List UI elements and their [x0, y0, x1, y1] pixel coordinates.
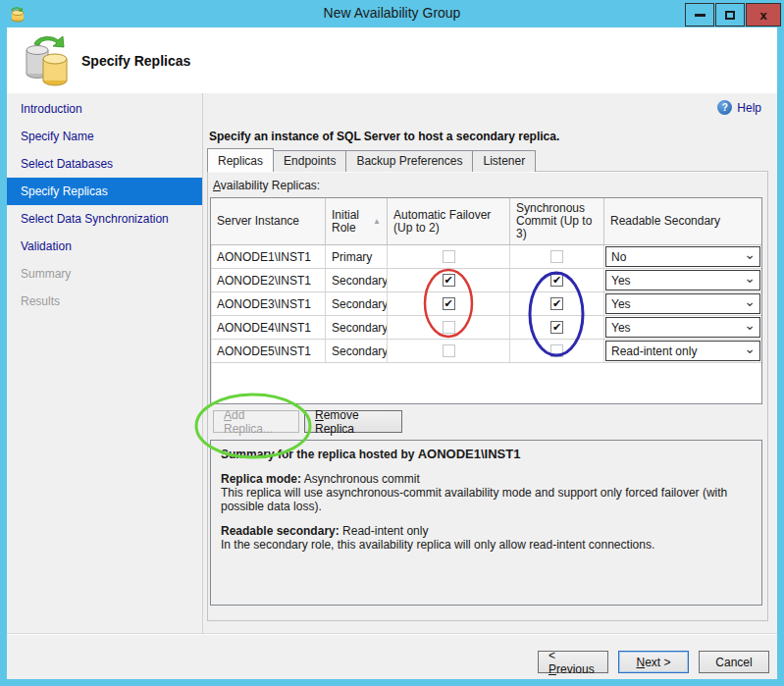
- chevron-down-icon: ⌄: [744, 341, 756, 356]
- column-header-server-instance[interactable]: Server Instance: [211, 198, 326, 244]
- dropdown-value: Read-intent only: [611, 344, 697, 358]
- replica-mode-label: Replica mode:: [221, 472, 301, 486]
- table-row: AONODE1\INST1 Primary ✔ ✔ No⌄: [211, 245, 761, 269]
- check-icon: ✔: [552, 322, 561, 333]
- maximize-button[interactable]: [715, 3, 745, 26]
- dropdown-value: No: [611, 250, 626, 264]
- synchronous-commit-checkbox[interactable]: ✔: [550, 344, 563, 357]
- summary-title-text: Summary for the replica hosted by: [221, 448, 418, 461]
- cancel-button[interactable]: Cancel: [699, 651, 769, 673]
- table-row: AONODE4\INST1 Secondary ✔ ✔ Yes⌄: [211, 316, 761, 340]
- synchronous-commit-checkbox[interactable]: ✔: [550, 274, 563, 287]
- synchronous-commit-cell: ✔: [510, 245, 604, 268]
- remove-replica-button[interactable]: Remove Replica: [304, 410, 402, 433]
- readable-secondary-dropdown[interactable]: Yes⌄: [605, 317, 760, 338]
- chevron-down-icon: ⌄: [744, 317, 756, 333]
- help-icon: ?: [717, 100, 732, 115]
- automatic-failover-checkbox[interactable]: ✔: [443, 344, 455, 357]
- readable-secondary-cell: Read-intent only⌄: [604, 340, 761, 362]
- help-link[interactable]: ? Help: [717, 100, 761, 115]
- chevron-down-icon: ⌄: [744, 246, 756, 262]
- readable-secondary-cell: Yes⌄: [604, 269, 761, 291]
- sidebar-item-validation[interactable]: Validation: [7, 233, 202, 260]
- previous-label: revious: [556, 662, 595, 676]
- tab-listener[interactable]: Listener: [472, 150, 536, 172]
- table-row: AONODE3\INST1 Secondary ✔ ✔ Yes⌄: [211, 292, 761, 316]
- synchronous-commit-checkbox[interactable]: ✔: [550, 297, 563, 310]
- close-button[interactable]: x: [746, 3, 781, 26]
- column-header-label: Synchronous Commit (Up to 3): [516, 202, 598, 240]
- tab-endpoints[interactable]: Endpoints: [273, 150, 346, 172]
- initial-role-cell: Secondary: [326, 340, 388, 362]
- sidebar-item-specify-replicas[interactable]: Specify Replicas: [7, 178, 202, 205]
- sidebar-item-specify-name[interactable]: Specify Name: [7, 123, 202, 150]
- help-label: Help: [737, 101, 761, 115]
- summary-instance-name: AONODE1\INST1: [418, 447, 521, 461]
- next-button[interactable]: Next >: [618, 651, 689, 673]
- check-icon: ✔: [552, 298, 561, 309]
- automatic-failover-checkbox[interactable]: ✔: [443, 250, 455, 263]
- column-header-initial-role[interactable]: Initial Role▲: [326, 198, 388, 244]
- automatic-failover-cell: ✔: [388, 269, 510, 291]
- new-availability-group-window: New Availability Group x Specify Replica…: [0, 0, 784, 686]
- next-accesskey: N: [636, 656, 645, 669]
- chevron-down-icon: ⌄: [744, 270, 756, 286]
- replicas-tab-page: Availability Replicas: Server Instance I…: [207, 171, 768, 621]
- synchronous-commit-cell: ✔: [510, 292, 604, 315]
- cancel-label: Cancel: [715, 656, 752, 669]
- tab-backup-preferences[interactable]: Backup Preferences: [345, 150, 473, 172]
- readable-secondary-dropdown[interactable]: Yes⌄: [605, 293, 760, 314]
- remove-replica-accesskey: R: [315, 408, 324, 422]
- readable-secondary-cell: Yes⌄: [604, 292, 761, 315]
- column-header-label: Automatic Failover (Up to 2): [393, 209, 503, 235]
- synchronous-commit-cell: ✔: [510, 316, 604, 339]
- tabstrip: Replicas Endpoints Backup Preferences Li…: [207, 150, 535, 172]
- chevron-down-icon: ⌄: [744, 293, 756, 309]
- initial-role-cell: Secondary: [326, 316, 388, 339]
- automatic-failover-checkbox[interactable]: ✔: [443, 297, 455, 310]
- availability-replicas-label: Availability Replicas:: [213, 179, 320, 192]
- automatic-failover-checkbox[interactable]: ✔: [443, 274, 455, 287]
- maximize-icon: [725, 11, 735, 20]
- sidebar-item-select-data-synchronization[interactable]: Select Data Synchronization: [7, 205, 202, 233]
- synchronous-commit-checkbox[interactable]: ✔: [550, 321, 563, 334]
- previous-button[interactable]: < Previous: [538, 651, 608, 673]
- sidebar-item-introduction[interactable]: Introduction: [7, 95, 202, 123]
- wizard-steps-sidebar: Introduction Specify Name Select Databas…: [7, 93, 203, 633]
- initial-role-cell: Secondary: [326, 269, 388, 291]
- automatic-failover-cell: ✔: [388, 340, 510, 362]
- readable-secondary-dropdown[interactable]: No⌄: [605, 246, 760, 267]
- sidebar-item-select-databases[interactable]: Select Databases: [7, 150, 202, 178]
- window-title: New Availability Group: [0, 5, 784, 21]
- sidebar-item-results: Results: [7, 288, 202, 315]
- page-title: Specify Replicas: [81, 53, 190, 69]
- column-header-readable-secondary[interactable]: Readable Secondary: [604, 198, 761, 244]
- server-instance-cell: AONODE4\INST1: [211, 316, 326, 339]
- check-icon: ✔: [444, 275, 452, 286]
- column-header-label: Initial Role: [332, 209, 373, 235]
- dropdown-value: Yes: [611, 321, 631, 335]
- minimize-button[interactable]: [685, 3, 714, 26]
- readable-secondary-description: In the secondary role, this availability…: [221, 538, 752, 552]
- column-header-synchronous-commit[interactable]: Synchronous Commit (Up to 3): [510, 198, 604, 244]
- readable-secondary-line: Readable secondary: Read-intent only: [221, 524, 752, 538]
- automatic-failover-checkbox[interactable]: ✔: [443, 321, 455, 334]
- sort-ascending-icon: ▲: [373, 215, 381, 228]
- synchronous-commit-checkbox[interactable]: ✔: [550, 250, 563, 263]
- availability-replicas-grid: Server Instance Initial Role▲ Automatic …: [210, 197, 762, 404]
- readable-secondary-dropdown[interactable]: Read-intent only⌄: [605, 341, 760, 361]
- grid-header-row: Server Instance Initial Role▲ Automatic …: [211, 198, 761, 245]
- add-replica-button[interactable]: Add Replica...: [213, 410, 299, 433]
- server-instance-cell: AONODE5\INST1: [211, 340, 326, 362]
- readable-secondary-dropdown[interactable]: Yes⌄: [605, 270, 760, 290]
- automatic-failover-cell: ✔: [388, 292, 510, 315]
- add-replica-accesskey: A: [224, 408, 232, 422]
- minimize-icon: [695, 14, 706, 17]
- wizard-footer: < Previous Next > Cancel: [7, 633, 777, 679]
- readable-secondary-cell: Yes⌄: [604, 316, 761, 339]
- sidebar-item-summary: Summary: [7, 260, 202, 288]
- tab-replicas[interactable]: Replicas: [207, 148, 274, 172]
- availability-replicas-label-rest: vailability Replicas:: [221, 179, 320, 192]
- column-header-automatic-failover[interactable]: Automatic Failover (Up to 2): [388, 198, 510, 244]
- check-icon: ✔: [444, 298, 452, 309]
